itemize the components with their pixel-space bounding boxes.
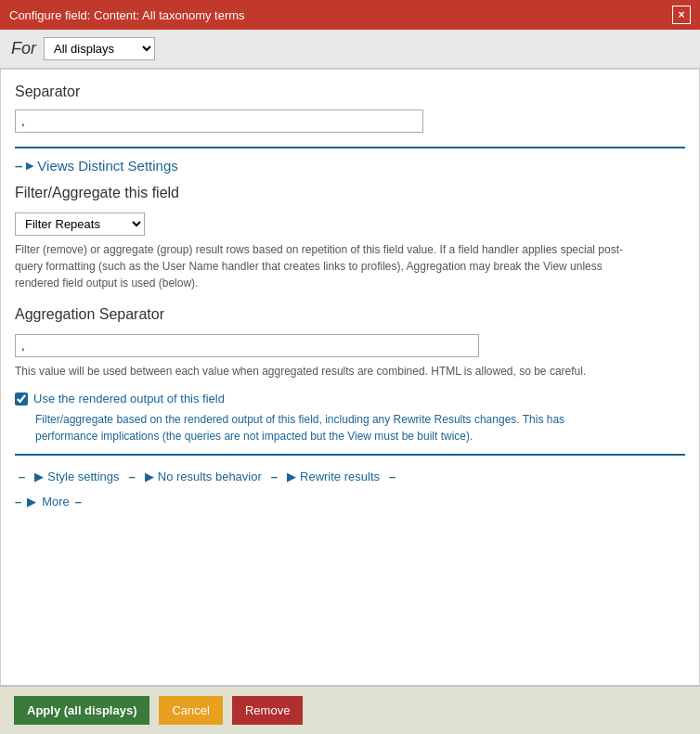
dash-end: – bbox=[389, 470, 395, 483]
style-settings-section[interactable]: ▶ Style settings bbox=[34, 470, 119, 483]
close-button[interactable]: × bbox=[672, 6, 691, 24]
views-distinct-header[interactable]: – ▶ Views Distinct Settings bbox=[15, 158, 685, 174]
apply-button[interactable]: Apply (all displays) bbox=[14, 696, 149, 725]
dash-icon: – bbox=[15, 158, 22, 174]
filter-aggregate-group: Filter/Aggregate this field Filter Repea… bbox=[15, 185, 685, 291]
use-rendered-label[interactable]: Use the rendered output of this field bbox=[33, 391, 225, 407]
filter-aggregate-select[interactable]: Filter Repeats Aggregate bbox=[15, 212, 145, 236]
more-label: More bbox=[42, 495, 70, 509]
rewrite-results-section[interactable]: ▶ Rewrite results bbox=[287, 470, 380, 483]
filter-aggregate-heading: Filter/Aggregate this field bbox=[15, 185, 685, 201]
views-distinct-title: Views Distinct Settings bbox=[37, 158, 177, 174]
dialog-titlebar: Configure field: Content: All taxonomy t… bbox=[0, 0, 700, 30]
arrow-style-icon: ▶ bbox=[34, 470, 44, 483]
filter-aggregate-help: Filter (remove) or aggregate (group) res… bbox=[15, 241, 637, 291]
for-select[interactable]: All displays Default bbox=[44, 37, 155, 60]
configure-field-dialog: Configure field: Content: All taxonomy t… bbox=[0, 0, 700, 734]
inline-sections-row: – ▶ Style settings – ▶ No results behavi… bbox=[15, 470, 685, 483]
views-distinct-section: – ▶ Views Distinct Settings Filter/Aggre… bbox=[15, 147, 685, 456]
dash-style: – bbox=[19, 470, 25, 483]
style-settings-label: Style settings bbox=[47, 470, 119, 483]
aggregation-separator-help: This value will be used between each val… bbox=[15, 363, 637, 380]
separator-heading: Separator bbox=[15, 84, 685, 100]
dialog-content: Separator – ▶ Views Distinct Settings Fi… bbox=[0, 69, 700, 686]
separator-input[interactable] bbox=[15, 109, 423, 133]
use-rendered-row: Use the rendered output of this field bbox=[15, 391, 685, 407]
dialog-footer: Apply (all displays) Cancel Remove bbox=[0, 686, 700, 734]
use-rendered-sublabel: Filter/aggregate based on the rendered o… bbox=[35, 411, 629, 444]
scroll-area[interactable]: Separator – ▶ Views Distinct Settings Fi… bbox=[1, 70, 699, 685]
aggregation-separator-input[interactable] bbox=[15, 334, 479, 357]
arrow-icon: ▶ bbox=[26, 160, 33, 172]
aggregation-separator-group: Aggregation Separator This value will be… bbox=[15, 306, 685, 380]
for-label: For bbox=[11, 39, 36, 58]
use-rendered-checkbox[interactable] bbox=[15, 393, 28, 406]
no-results-section[interactable]: ▶ No results behavior bbox=[145, 470, 262, 483]
aggregation-separator-heading: Aggregation Separator bbox=[15, 306, 685, 323]
dash-more: – bbox=[15, 495, 21, 509]
more-section[interactable]: – ▶ More – bbox=[15, 495, 685, 509]
dash-rewrite: – bbox=[271, 470, 278, 483]
arrow-rewrite-icon: ▶ bbox=[287, 470, 296, 483]
arrow-more-icon: ▶ bbox=[27, 495, 36, 509]
arrow-noresults-icon: ▶ bbox=[145, 470, 154, 483]
rewrite-results-label: Rewrite results bbox=[300, 470, 380, 483]
remove-button[interactable]: Remove bbox=[232, 696, 303, 725]
dialog-title: Configure field: Content: All taxonomy t… bbox=[9, 8, 245, 22]
separator-section: Separator bbox=[15, 84, 685, 133]
for-bar: For All displays Default bbox=[0, 30, 700, 69]
dash-noresults: – bbox=[129, 470, 136, 483]
dash-more-end: – bbox=[75, 495, 82, 509]
cancel-button[interactable]: Cancel bbox=[159, 696, 222, 725]
no-results-label: No results behavior bbox=[158, 470, 262, 483]
